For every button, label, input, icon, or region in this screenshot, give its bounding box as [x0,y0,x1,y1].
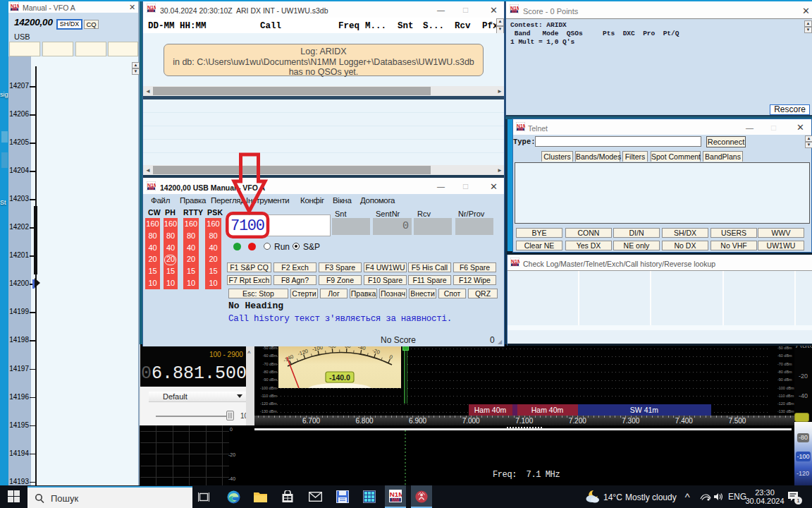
svg-text:MM: MM [391,497,400,502]
svg-text:MM: MM [512,10,517,13]
svg-text:MM: MM [149,187,154,190]
svg-text:-140.0: -140.0 [329,373,350,382]
svg-text:MM: MM [12,8,18,11]
svg-text:MM: MM [512,263,518,267]
svg-text:MM: MM [149,9,154,13]
svg-text:MM: MM [518,128,524,131]
